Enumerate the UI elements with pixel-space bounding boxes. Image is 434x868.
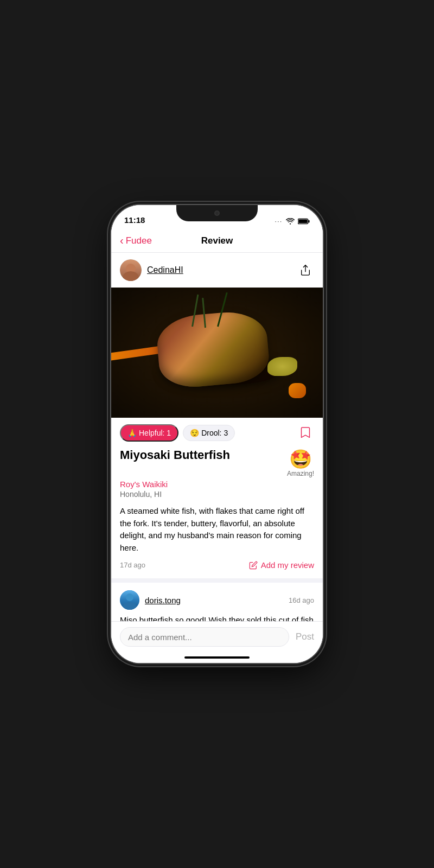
dish-name: Miyosaki Butterfish: [120, 448, 287, 462]
share-button[interactable]: [297, 261, 314, 279]
home-indicator: [111, 652, 323, 663]
user-header: CedinaHI: [111, 253, 323, 288]
helpful-emoji: 🙏: [127, 429, 137, 437]
food-image: [111, 288, 323, 418]
restaurant-name-link[interactable]: Roy's Waikiki: [120, 480, 314, 489]
signal-dots: ···: [275, 219, 283, 225]
comment-input[interactable]: [120, 627, 289, 647]
bookmark-button[interactable]: [297, 424, 314, 442]
review-footer: 17d ago Add my review: [120, 560, 314, 570]
add-review-button[interactable]: Add my review: [249, 560, 314, 570]
helpful-text: Helpful: 1: [139, 429, 171, 437]
comment-header: doris.tong 16d ago: [120, 590, 314, 610]
comment-user-info: doris.tong: [120, 590, 181, 610]
back-chevron-icon: ‹: [120, 234, 124, 247]
edit-icon: [249, 561, 258, 570]
comment-text: Miso butterfish so good! Wish they sold …: [120, 614, 314, 621]
helpful-button[interactable]: 🙏 Helpful: 1: [120, 424, 178, 442]
restaurant-location: Honolulu, HI: [120, 490, 314, 499]
food-visual: [111, 288, 323, 418]
back-button[interactable]: ‹ Fudee: [120, 235, 152, 247]
comment-avatar[interactable]: [120, 590, 139, 610]
rating-emoji-icon: 🤩: [287, 448, 314, 470]
comment-time: 16d ago: [289, 596, 314, 604]
dish-header: Miyosaki Butterfish 🤩 Amazing!: [120, 448, 314, 477]
svg-rect-2: [298, 219, 308, 223]
username[interactable]: CedinaHI: [147, 265, 183, 275]
review-card: CedinaHI: [111, 253, 323, 578]
comment-input-bar: Post: [111, 621, 323, 652]
comment-username[interactable]: doris.tong: [145, 596, 181, 605]
content-scroll[interactable]: CedinaHI: [111, 253, 323, 621]
battery-icon: [298, 218, 310, 225]
status-icons: ···: [275, 218, 310, 225]
share-icon: [299, 264, 311, 276]
rating-label: Amazing!: [287, 470, 314, 477]
back-label: Fudee: [126, 235, 152, 246]
review-text: A steamed white fish, with flakes that c…: [120, 505, 314, 554]
nav-bar: ‹ Fudee Review: [111, 229, 323, 253]
review-content: Miyosaki Butterfish 🤩 Amazing! Roy's Wai…: [111, 448, 323, 578]
post-button[interactable]: Post: [296, 631, 314, 642]
rating-block: 🤩 Amazing!: [287, 448, 314, 477]
wifi-icon: [286, 218, 295, 225]
svg-rect-1: [308, 220, 309, 223]
status-time: 11:18: [124, 215, 145, 225]
drool-emoji: 😌: [190, 429, 199, 437]
avatar[interactable]: [120, 259, 142, 281]
review-time: 17d ago: [120, 561, 145, 569]
add-review-label: Add my review: [261, 560, 314, 570]
user-info: CedinaHI: [120, 259, 183, 281]
comment-card: doris.tong 16d ago Miso butterfish so go…: [111, 583, 323, 621]
drool-text: Drool: 3: [201, 429, 228, 437]
bookmark-icon: [300, 426, 311, 439]
reactions-row: 🙏 Helpful: 1 😌 Drool: 3: [111, 418, 323, 448]
home-bar: [184, 656, 250, 659]
nav-title: Review: [201, 235, 233, 246]
drool-button[interactable]: 😌 Drool: 3: [183, 425, 235, 441]
